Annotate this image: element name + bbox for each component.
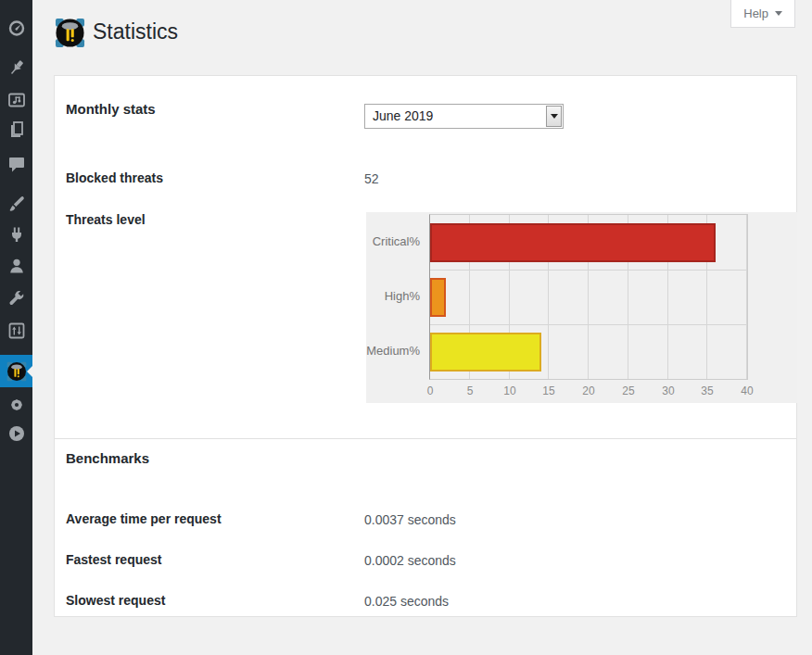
chevron-down-icon: [551, 114, 558, 119]
gear-icon: [7, 396, 26, 414]
benchmark-row-label: Slowest request: [66, 593, 165, 608]
chart-tick-label: 15: [535, 384, 563, 397]
help-button-label: Help: [743, 6, 768, 20]
pushpin-icon: [7, 58, 26, 77]
chart-category-label: Critical%: [366, 214, 420, 269]
section-divider: [55, 438, 796, 439]
chart-tick-label: 20: [575, 384, 603, 397]
chart-tick-label: 0: [416, 384, 444, 397]
benchmarks-heading: Benchmarks: [66, 450, 149, 466]
plug-icon: [7, 225, 26, 244]
chart-tick-label: 10: [496, 384, 524, 397]
benchmark-row-value: 0.0002 seconds: [364, 553, 456, 568]
chart-category-label: High%: [366, 269, 420, 323]
chart-gridline: [430, 270, 747, 271]
monthly-stats-heading: Monthly stats: [66, 101, 156, 117]
sidebar-item-pages[interactable]: [0, 114, 32, 145]
threats-level-chart: Critical%High%Medium%0510152025303540: [366, 212, 797, 403]
benchmark-row-label: Fastest request: [66, 552, 161, 567]
sidebar-item-ninjafirewall[interactable]: [0, 355, 32, 387]
media-icon: [7, 91, 26, 109]
sidebar-item-appearance[interactable]: [0, 188, 32, 220]
admin-sidebar: [0, 0, 32, 655]
blocked-threats-label: Blocked threats: [66, 170, 163, 185]
chart-tick-label: 40: [733, 384, 761, 397]
chart-bar: [430, 333, 541, 372]
sidebar-item-users[interactable]: [0, 250, 32, 282]
paintbrush-icon: [7, 195, 26, 213]
sliders-icon: [7, 321, 26, 340]
benchmark-row-value: 0.0037 seconds: [364, 512, 456, 527]
plugin-logo-icon: [55, 18, 85, 48]
chevron-down-icon: [775, 11, 782, 16]
chart-bar: [430, 278, 446, 317]
chart-gridline: [430, 324, 747, 325]
select-dropdown-button[interactable]: [546, 106, 562, 127]
active-item-arrow: [27, 366, 32, 377]
sidebar-item-plugins[interactable]: [0, 219, 32, 250]
comment-icon: [7, 155, 26, 173]
sidebar-item-extra-settings[interactable]: [0, 389, 32, 421]
month-select[interactable]: June 2019: [364, 104, 564, 129]
dashboard-icon: [7, 19, 26, 37]
user-icon: [7, 257, 26, 275]
sidebar-item-settings[interactable]: [0, 315, 32, 346]
pages-icon: [7, 120, 26, 139]
threats-level-label: Threats level: [66, 212, 146, 227]
ninja-logo-icon: [6, 361, 27, 382]
chart-gridline: [746, 215, 747, 379]
chart-tick-label: 25: [615, 384, 642, 397]
help-button[interactable]: Help: [730, 0, 795, 28]
sidebar-item-posts[interactable]: [0, 52, 32, 83]
chart-category-label: Medium%: [366, 323, 420, 378]
chart-tick-label: 5: [456, 384, 484, 397]
sidebar-item-dashboard[interactable]: [0, 12, 32, 44]
play-icon: [7, 424, 26, 443]
sidebar-item-tools[interactable]: [0, 283, 32, 314]
chart-tick-label: 30: [654, 384, 682, 397]
sidebar-item-comments[interactable]: [0, 148, 32, 180]
chart-tick-label: 35: [693, 384, 721, 397]
benchmark-row-label: Average time per request: [66, 511, 222, 526]
benchmark-row-value: 0.025 seconds: [364, 594, 449, 609]
statistics-card: Monthly stats June 2019 Blocked threats …: [54, 75, 797, 617]
chart-plot-area: [429, 214, 748, 380]
month-select-value: June 2019: [373, 105, 433, 128]
sidebar-item-player[interactable]: [0, 418, 32, 449]
sidebar-item-media[interactable]: [0, 84, 32, 116]
page-title: Statistics: [93, 19, 178, 46]
wrench-icon: [7, 289, 26, 308]
page-header: Statistics: [55, 17, 178, 48]
chart-bar: [430, 223, 716, 262]
blocked-threats-value: 52: [364, 171, 379, 186]
